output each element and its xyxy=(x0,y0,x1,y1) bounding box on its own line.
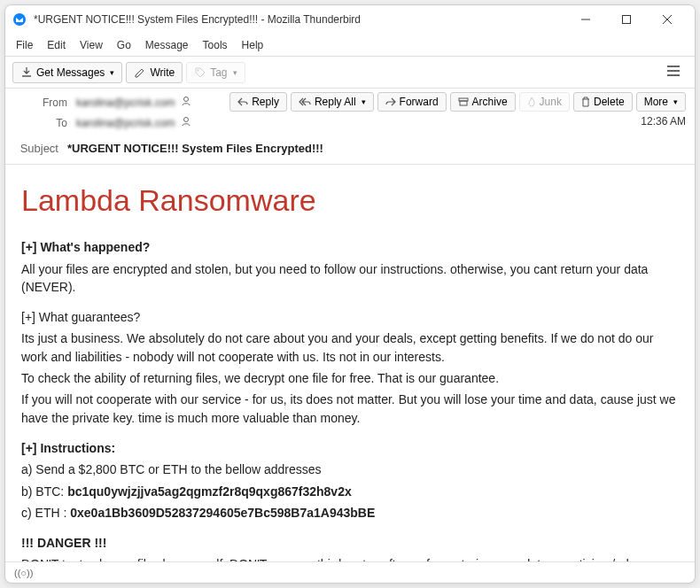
tag-icon xyxy=(194,66,206,79)
menu-edit[interactable]: Edit xyxy=(40,36,73,54)
get-messages-button[interactable]: Get Messages ▾ xyxy=(12,62,122,83)
menu-help[interactable]: Help xyxy=(235,36,271,54)
svg-point-0 xyxy=(13,13,26,26)
contact-icon[interactable] xyxy=(181,116,191,129)
more-label: More xyxy=(644,96,668,108)
write-button[interactable]: Write xyxy=(126,62,183,83)
statusbar: ((○)) xyxy=(5,561,695,583)
tag-label: Tag xyxy=(210,66,227,79)
tag-button[interactable]: Tag ▾ xyxy=(186,62,245,83)
close-button[interactable] xyxy=(647,5,688,34)
from-label: From xyxy=(23,97,67,109)
menu-tools[interactable]: Tools xyxy=(196,36,235,54)
reply-icon xyxy=(237,97,248,106)
menu-go[interactable]: Go xyxy=(110,36,138,54)
from-row: From karolina@pcrisk.com xyxy=(14,92,200,112)
section-header: !!! DANGER !!! xyxy=(21,536,106,550)
to-label: To xyxy=(23,117,67,129)
archive-label: Archive xyxy=(472,96,508,108)
archive-button[interactable]: Archive xyxy=(450,92,516,112)
subject-label: Subject xyxy=(14,142,58,155)
chevron-down-icon: ▾ xyxy=(673,97,678,106)
body-text: a) Send a $2,800 BTC or ETH to the bello… xyxy=(21,460,679,478)
reply-all-button[interactable]: Reply All▾ xyxy=(291,92,374,112)
forward-icon xyxy=(385,97,396,106)
window-title: *URGENT NOTICE!!! System Files Encrypted… xyxy=(34,13,565,26)
to-value[interactable]: karolina@pcrisk.com xyxy=(76,117,175,129)
delete-button[interactable]: Delete xyxy=(573,92,633,112)
delete-label: Delete xyxy=(594,96,625,108)
svg-point-10 xyxy=(183,118,188,122)
body-text: If you will not cooperate with our servi… xyxy=(21,391,679,427)
menubar: File Edit View Go Message Tools Help xyxy=(5,34,695,57)
forward-button[interactable]: Forward xyxy=(377,92,447,112)
get-messages-label: Get Messages xyxy=(36,66,105,79)
menu-view[interactable]: View xyxy=(73,36,110,54)
body-text: To check the ability of returning files,… xyxy=(21,369,679,387)
window-controls xyxy=(565,5,688,34)
archive-icon xyxy=(458,97,469,106)
junk-label: Junk xyxy=(540,96,562,108)
app-menu-button[interactable] xyxy=(659,61,688,84)
body-text: b) BTC: bc1qu0ywjzjjva5ag2qgmzf2r8q9qxg8… xyxy=(21,483,679,500)
body-title: Lambda Ransomware xyxy=(21,179,679,222)
thunderbird-window: *URGENT NOTICE!!! System Files Encrypted… xyxy=(4,4,696,584)
trash-icon xyxy=(581,97,590,107)
more-button[interactable]: More▾ xyxy=(636,92,686,112)
menu-file[interactable]: File xyxy=(9,36,40,54)
chevron-down-icon: ▾ xyxy=(110,68,114,77)
reply-button[interactable]: Reply xyxy=(229,92,287,112)
subject-value: *URGENT NOTICE!!! System Files Encrypted… xyxy=(67,142,323,155)
svg-point-5 xyxy=(198,69,199,71)
chevron-down-icon: ▾ xyxy=(362,97,366,106)
body-text: All your files are encrypted and stolen,… xyxy=(21,260,679,297)
write-label: Write xyxy=(150,66,175,79)
message-header: From karolina@pcrisk.com To karolina@pcr… xyxy=(5,89,695,136)
svg-rect-12 xyxy=(460,101,467,105)
reply-all-label: Reply All xyxy=(315,96,356,108)
reply-all-icon xyxy=(299,97,311,106)
flame-icon xyxy=(527,97,536,107)
connection-icon[interactable]: ((○)) xyxy=(14,568,33,578)
pencil-icon xyxy=(134,66,146,79)
forward-label: Forward xyxy=(400,96,439,108)
chevron-down-icon: ▾ xyxy=(233,68,237,77)
svg-rect-2 xyxy=(623,16,631,24)
message-time: 12:36 AM xyxy=(641,115,686,128)
body-text: Its just a business. We absolutely do no… xyxy=(21,329,679,366)
section-header: [+] What's happened? xyxy=(21,240,150,254)
titlebar: *URGENT NOTICE!!! System Files Encrypted… xyxy=(5,5,695,34)
section-header: [+] What guarantees? xyxy=(21,308,679,326)
reply-label: Reply xyxy=(252,96,279,108)
to-row: To karolina@pcrisk.com xyxy=(14,112,200,133)
from-value[interactable]: karolina@pcrisk.com xyxy=(76,97,175,109)
body-text: DON'T try to change files by yourself, D… xyxy=(21,555,679,561)
svg-point-9 xyxy=(183,97,188,102)
maximize-button[interactable] xyxy=(606,5,647,34)
toolbar: Get Messages ▾ Write Tag ▾ xyxy=(5,57,695,89)
contact-icon[interactable] xyxy=(181,96,191,109)
minimize-button[interactable] xyxy=(565,5,606,34)
menu-message[interactable]: Message xyxy=(138,36,196,54)
body-text: c) ETH : 0xe0a1Bb3609D52837294605e7Bc598… xyxy=(21,504,679,522)
subject-row: Subject *URGENT NOTICE!!! System Files E… xyxy=(5,136,695,165)
email-body: Lambda Ransomware [+] What's happened? A… xyxy=(5,165,695,561)
thunderbird-icon xyxy=(12,12,27,27)
section-header: [+] Instructions: xyxy=(21,441,115,455)
junk-button[interactable]: Junk xyxy=(519,92,570,112)
download-icon xyxy=(20,66,33,79)
